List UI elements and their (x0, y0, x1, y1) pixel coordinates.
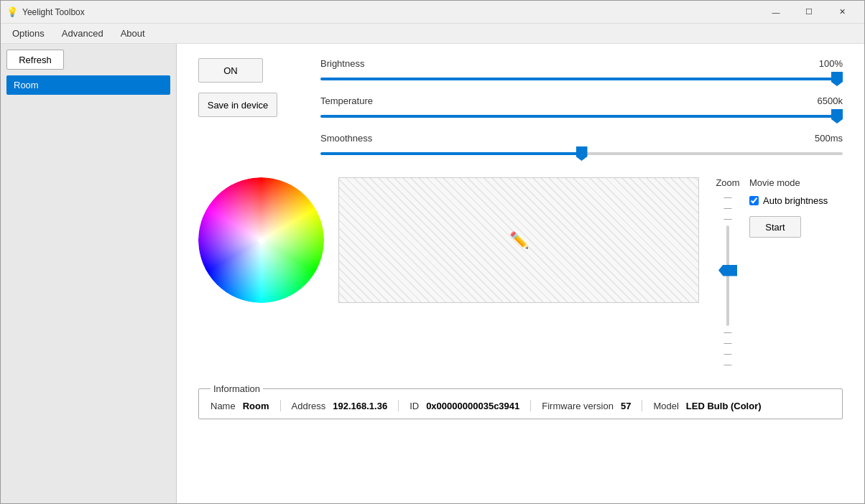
title-bar: 💡 Yeelight Toolbox — ☐ ✕ (1, 1, 864, 24)
content-area: ON Save in device Brightness 100% Temper… (177, 44, 864, 504)
sliders-section: Brightness 100% Temperature 6500k (320, 58, 843, 170)
color-wheel-container (198, 177, 324, 303)
auto-brightness-row: Auto brightness (749, 195, 843, 206)
brightness-row: Brightness 100% (320, 58, 843, 83)
info-row: Name Room Address 192.168.1.36 ID 0x0000… (211, 400, 831, 411)
separator-2 (398, 400, 399, 411)
information-section: Information Name Room Address 192.168.1.… (198, 383, 843, 419)
zoom-tick-1: — (724, 192, 732, 202)
firmware-val: 57 (621, 401, 631, 411)
zoom-section: Zoom — — — — — — — (713, 177, 742, 369)
zoom-tick-6: — (724, 349, 732, 358)
id-val: 0x00000000035c3941 (426, 401, 519, 411)
app-icon: 💡 (6, 6, 18, 18)
smoothness-label: Smoothness (320, 133, 372, 144)
left-buttons: ON Save in device (198, 58, 277, 170)
sidebar: Refresh Room (1, 44, 177, 504)
menu-options[interactable]: Options (4, 25, 53, 42)
temperature-row: Temperature 6500k (320, 95, 843, 120)
brightness-value: 100% (819, 58, 843, 69)
model-val: LED Bulb (Color) (686, 401, 762, 411)
address-val: 192.168.1.36 (333, 401, 387, 411)
zoom-tick-4: — (724, 327, 732, 337)
zoom-handle[interactable] (718, 265, 737, 276)
zoom-tick-5: — (724, 338, 732, 347)
window-controls: — ☐ ✕ (759, 1, 859, 24)
eyedropper-icon[interactable]: ✏️ (509, 231, 529, 250)
movie-canvas[interactable]: ✏️ (338, 177, 699, 303)
color-wheel[interactable] (198, 177, 324, 303)
app-title: Yeelight Toolbox (22, 7, 85, 17)
refresh-button[interactable]: Refresh (6, 50, 64, 70)
start-button[interactable]: Start (749, 216, 801, 238)
save-button[interactable]: Save in device (198, 93, 277, 117)
name-val: Room (243, 401, 269, 411)
maximize-button[interactable]: ☐ (792, 1, 825, 24)
separator-4 (642, 400, 642, 411)
zoom-track (726, 225, 729, 326)
separator-1 (280, 400, 281, 411)
zoom-label: Zoom (716, 177, 739, 188)
temperature-value: 6500k (818, 95, 843, 106)
temperature-slider[interactable] (320, 115, 843, 118)
menu-advanced[interactable]: Advanced (53, 25, 112, 42)
name-key: Name (211, 401, 236, 411)
main-layout: Refresh Room ON Save in device Brightnes… (1, 44, 864, 504)
menu-about[interactable]: About (112, 25, 154, 42)
brightness-slider[interactable] (320, 78, 843, 80)
device-item-room[interactable]: Room (6, 75, 170, 95)
auto-brightness-checkbox[interactable] (749, 196, 759, 205)
zoom-controls: — — — — — — — (717, 192, 739, 369)
bottom-section: ✏️ Zoom — — — — (198, 177, 843, 369)
id-key: ID (410, 401, 419, 411)
zoom-tick-2: — (724, 203, 732, 213)
controls-top: ON Save in device Brightness 100% Temper… (198, 58, 843, 170)
address-key: Address (292, 401, 326, 411)
separator-3 (530, 400, 531, 411)
close-button[interactable]: ✕ (825, 1, 859, 24)
zoom-tick-7: — (724, 360, 732, 369)
zoom-tick-3: — (724, 214, 732, 223)
minimize-button[interactable]: — (759, 1, 792, 24)
smoothness-row: Smoothness 500ms (320, 133, 843, 157)
zoom-thumb-area (717, 225, 739, 326)
information-legend: Information (211, 383, 263, 394)
temperature-label: Temperature (320, 95, 373, 106)
auto-brightness-label[interactable]: Auto brightness (763, 195, 828, 206)
smoothness-slider[interactable] (320, 152, 843, 155)
firmware-key: Firmware version (542, 401, 614, 411)
brightness-label: Brightness (320, 58, 364, 69)
movie-mode-label: Movie mode (749, 177, 843, 188)
right-controls: Zoom — — — — — — — (713, 177, 843, 369)
smoothness-value: 500ms (815, 133, 843, 144)
movie-mode-section: Movie mode Auto brightness Start (749, 177, 843, 238)
on-button[interactable]: ON (198, 58, 263, 83)
model-key: Model (653, 401, 678, 411)
menu-bar: Options Advanced About (1, 24, 864, 44)
